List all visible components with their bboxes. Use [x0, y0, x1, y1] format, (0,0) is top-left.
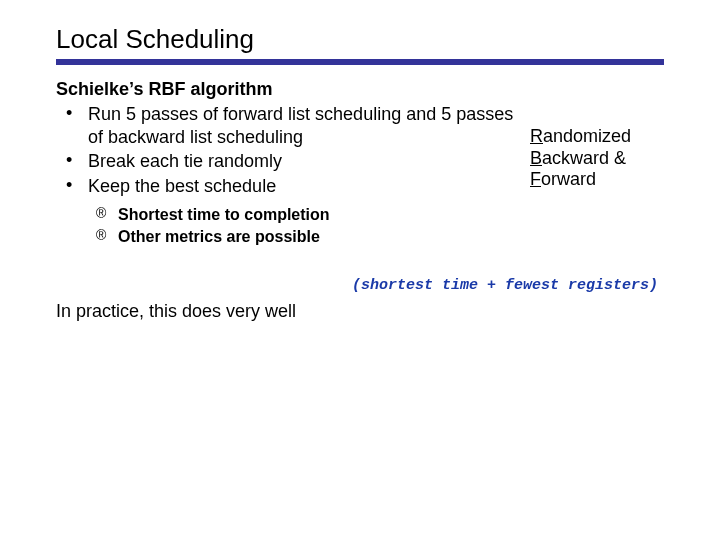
sub-bullet-item: Other metrics are possible — [96, 226, 664, 248]
parenthetical-note: (shortest time + fewest registers) — [352, 277, 658, 294]
side-note-line: Backward & — [530, 148, 690, 170]
rbf-acronym-note: Randomized Backward & Forward — [530, 126, 690, 191]
sub-bullet-item: Shortest time to completion — [96, 204, 664, 226]
sub-bullet-list: Shortest time to completion Other metric… — [56, 204, 664, 247]
subtitle: Schielke’s RBF algorithm — [56, 79, 664, 100]
slide: Local Scheduling Schielke’s RBF algorith… — [0, 0, 720, 540]
slide-title: Local Scheduling — [56, 24, 664, 55]
side-note-line: Randomized — [530, 126, 690, 148]
bullet-item: Run 5 passes of forward list scheduling … — [66, 102, 518, 149]
closing-line: In practice, this does very well — [56, 301, 664, 322]
title-rule — [56, 59, 664, 65]
side-note-line: Forward — [530, 169, 690, 191]
